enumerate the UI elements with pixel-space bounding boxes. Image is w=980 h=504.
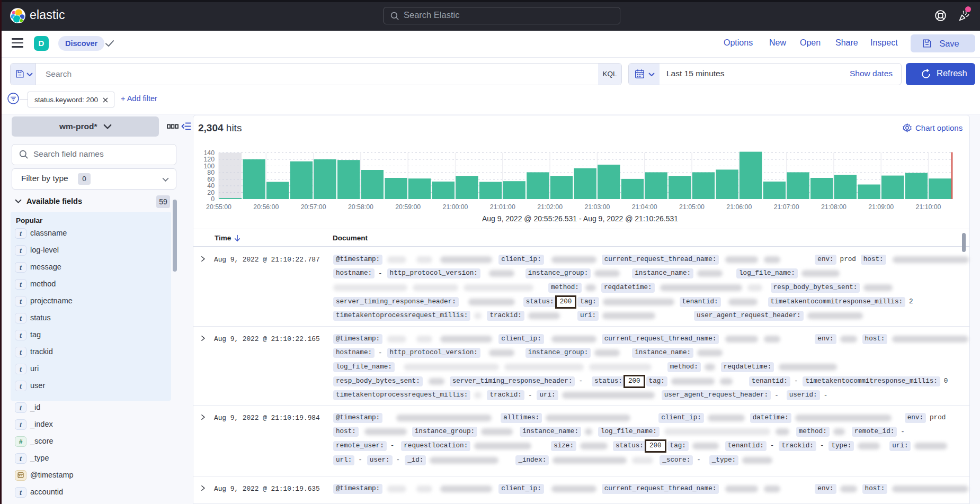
svg-text:20:55:00: 20:55:00 <box>206 203 231 211</box>
svg-text:20:57:00: 20:57:00 <box>301 203 326 211</box>
svg-text:21:06:00: 21:06:00 <box>726 203 752 211</box>
svg-text:20: 20 <box>207 189 215 196</box>
svg-text:21:03:00: 21:03:00 <box>584 203 610 211</box>
svg-text:21:05:00: 21:05:00 <box>679 203 705 211</box>
svg-text:100: 100 <box>203 163 215 170</box>
svg-text:21:09:00: 21:09:00 <box>868 203 894 211</box>
svg-text:21:07:00: 21:07:00 <box>774 203 799 211</box>
svg-text:20:59:00: 20:59:00 <box>395 203 421 211</box>
svg-text:21:01:00: 21:01:00 <box>490 203 515 211</box>
svg-text:21:02:00: 21:02:00 <box>537 203 563 211</box>
svg-text:21:04:00: 21:04:00 <box>632 203 657 211</box>
svg-text:21:08:00: 21:08:00 <box>821 203 847 211</box>
svg-text:0: 0 <box>211 195 215 203</box>
svg-text:20:58:00: 20:58:00 <box>348 203 373 211</box>
svg-text:21:10:00: 21:10:00 <box>916 203 941 211</box>
svg-text:21:00:00: 21:00:00 <box>443 203 468 211</box>
svg-text:120: 120 <box>203 156 215 163</box>
svg-text:140: 140 <box>203 149 215 157</box>
svg-text:80: 80 <box>207 169 215 176</box>
svg-text:20:56:00: 20:56:00 <box>253 203 279 211</box>
svg-text:40: 40 <box>207 182 215 190</box>
svg-text:60: 60 <box>207 176 215 183</box>
